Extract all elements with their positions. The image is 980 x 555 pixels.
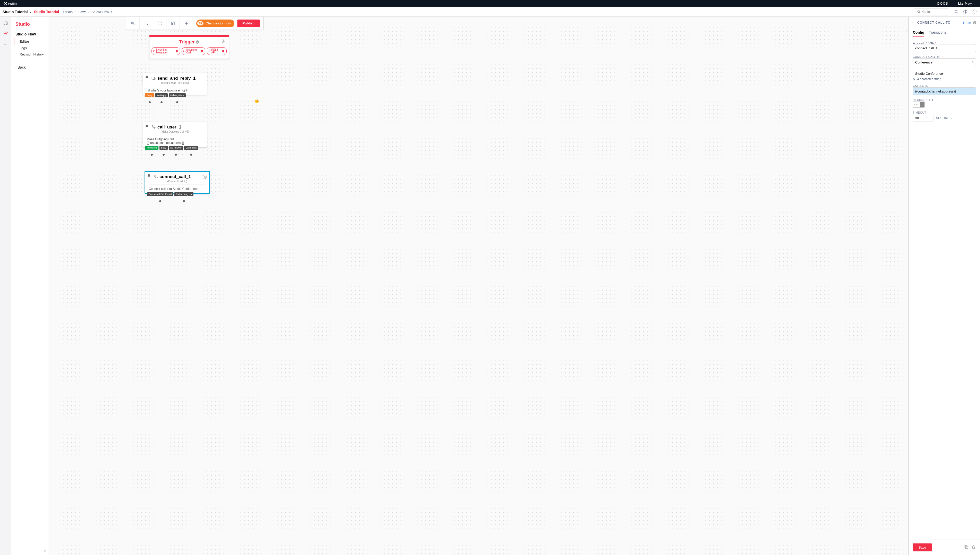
search-input-wrap[interactable]: [915, 8, 948, 15]
svg-point-14: [4, 44, 5, 45]
help-icon[interactable]: [963, 9, 968, 14]
layout-icon[interactable]: [166, 17, 180, 30]
sidebar-back[interactable]: Back: [11, 64, 48, 71]
trigger-pill-call[interactable]: Incoming Call?: [182, 47, 205, 55]
svg-rect-13: [5, 34, 6, 35]
tab-transitions[interactable]: Transitions: [929, 28, 946, 37]
duplicate-icon[interactable]: [964, 545, 969, 550]
settings-icon[interactable]: [972, 9, 977, 14]
brand-icon: [3, 2, 7, 5]
input-port[interactable]: [148, 174, 150, 177]
connect-select[interactable]: Conference: [913, 58, 976, 66]
svg-rect-12: [6, 32, 7, 33]
chat-icon: [151, 76, 156, 81]
widget-name-input[interactable]: [913, 44, 976, 52]
changes-text: Changes to Flow: [206, 21, 231, 25]
studio-icon[interactable]: [3, 30, 9, 37]
publish-button[interactable]: Publish: [237, 19, 260, 27]
home-icon[interactable]: [3, 19, 9, 26]
sidebar-title[interactable]: Studio: [11, 22, 48, 30]
out-failed[interactable]: Call Failed: [184, 146, 198, 150]
crumb-studio[interactable]: Studio: [63, 10, 72, 14]
grid-icon[interactable]: [180, 17, 193, 30]
changes-badge[interactable]: 15 Changes to Flow: [196, 19, 234, 27]
chevron-down-icon: ⌄: [974, 2, 977, 5]
svg-point-10: [974, 11, 975, 12]
out-reply[interactable]: Reply: [145, 93, 154, 97]
search-icon: [917, 10, 921, 14]
help-badge-icon[interactable]: ?: [196, 40, 199, 44]
user-menu[interactable]: Liz Moy ⌄: [958, 2, 977, 5]
trash-icon[interactable]: [971, 545, 976, 550]
widget-call-user[interactable]: call_user_1 (Make Outgoing Call V2) Make…: [143, 122, 207, 148]
svg-line-1: [919, 12, 920, 13]
caller-id-input[interactable]: [913, 87, 976, 95]
sidebar-collapse-icon[interactable]: «: [11, 547, 48, 555]
tab-config[interactable]: Config: [913, 28, 924, 37]
widget-connect-call[interactable]: ✕ connect_call_1 (Connect Call To) Conne…: [145, 171, 210, 194]
svg-rect-35: [965, 545, 967, 548]
gear-icon[interactable]: [222, 39, 226, 45]
svg-line-22: [147, 24, 148, 25]
brand-logo[interactable]: twilio: [3, 2, 18, 6]
svg-point-16: [6, 44, 7, 45]
label-widget-name: WIDGET NAME *: [913, 42, 976, 44]
fullscreen-icon[interactable]: [153, 17, 166, 30]
zoom-out-icon[interactable]: [140, 17, 153, 30]
docs-link[interactable]: DOCS ⌄: [937, 2, 953, 5]
phone-icon: [151, 125, 156, 130]
sidebar-item-editor[interactable]: Editor: [14, 38, 48, 45]
svg-point-2: [955, 11, 957, 13]
back-icon[interactable]: ‹: [912, 21, 914, 24]
input-port[interactable]: [146, 76, 148, 79]
crumb-flows[interactable]: Flows: [78, 10, 87, 14]
out-noanswer[interactable]: No Answer: [169, 146, 183, 150]
svg-point-0: [917, 11, 919, 12]
widget-type: (Send & Wait For Reply): [143, 82, 207, 86]
sidebar-item-revision[interactable]: Revision History: [14, 51, 48, 58]
hide-button[interactable]: Hide?: [963, 21, 977, 25]
record-toggle[interactable]: OFF: [913, 101, 925, 107]
breadcrumb-bar: Studio Tutorial ⌄ Studio Tutorial Studio…: [0, 7, 980, 17]
chevron-down-icon: ⌄: [950, 2, 953, 5]
conference-hint: A 34 character string: [913, 77, 976, 81]
label-caller-id: CALLER ID *: [913, 85, 976, 87]
out-ended[interactable]: Connected Call Ended: [147, 192, 173, 196]
sidebar-item-logs[interactable]: Logs: [14, 45, 48, 51]
label-record: RECORD CALL: [913, 99, 976, 101]
crumb-studioflow[interactable]: Studio Flow: [92, 10, 109, 14]
sidebar: Studio Studio Flow Editor Logs Revision …: [11, 17, 49, 555]
breadcrumb: Studio/ Flows/ Studio Flow/: [63, 10, 112, 14]
panel-title: CONNECT CALL TO: [917, 21, 963, 24]
timeout-input[interactable]: [913, 114, 933, 122]
more-icon[interactable]: [3, 41, 9, 47]
debug-icon[interactable]: [954, 9, 959, 14]
project-active[interactable]: Studio Tutorial: [34, 10, 59, 14]
config-panel: « ‹ CONNECT CALL TO Hide? Config Transit…: [909, 17, 980, 555]
svg-rect-11: [4, 32, 5, 33]
trigger-pill-message[interactable]: Incoming Message?: [151, 47, 180, 55]
out-noreply[interactable]: No Reply: [155, 93, 168, 97]
svg-rect-33: [152, 77, 154, 79]
out-delivery[interactable]: Delivery Fails: [169, 93, 186, 97]
flow-canvas[interactable]: 15 Changes to Flow Publish Trigger ? Inc…: [49, 17, 909, 555]
sidebar-section[interactable]: Studio Flow: [11, 30, 48, 38]
panel-collapse-icon[interactable]: «: [904, 28, 909, 34]
search-input[interactable]: [922, 10, 946, 14]
out-busy[interactable]: Busy: [159, 146, 168, 150]
conference-name-input[interactable]: [913, 70, 976, 77]
hand-cursor-icon: ✊: [255, 99, 259, 103]
out-answered[interactable]: Answered: [145, 146, 158, 150]
project-dropdown[interactable]: Studio Tutorial ⌄: [3, 10, 31, 14]
close-icon[interactable]: ✕: [203, 175, 207, 179]
zoom-in-icon[interactable]: [126, 17, 140, 30]
widget-send-reply[interactable]: send_and_reply_1 (Send & Wait For Reply)…: [143, 73, 207, 95]
changes-count: 15: [197, 21, 203, 26]
input-port[interactable]: [146, 125, 148, 127]
out-hungup[interactable]: Caller Hung Up: [174, 192, 193, 196]
trigger-widget[interactable]: Trigger ? Incoming Message? Incoming Cal…: [149, 35, 229, 59]
save-button[interactable]: Save: [913, 544, 932, 552]
trigger-pill-rest[interactable]: REST API?: [207, 47, 227, 55]
trigger-title: Trigger: [179, 39, 195, 45]
svg-rect-34: [153, 78, 155, 80]
